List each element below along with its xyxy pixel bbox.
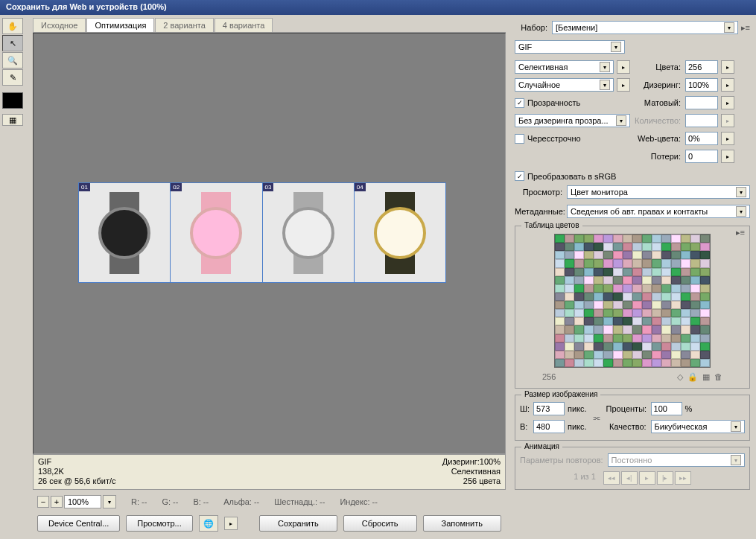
color-swatch[interactable] xyxy=(642,251,652,259)
color-swatch[interactable] xyxy=(632,359,642,367)
color-swatch[interactable] xyxy=(565,284,574,293)
color-swatch[interactable] xyxy=(632,334,642,342)
color-swatch[interactable] xyxy=(574,284,584,293)
color-swatch[interactable] xyxy=(565,325,574,334)
color-swatch[interactable] xyxy=(584,325,594,334)
color-swatch[interactable] xyxy=(690,317,700,325)
color-swatch[interactable] xyxy=(613,276,623,284)
lossy-flyout[interactable]: ▸ xyxy=(721,150,734,163)
color-swatch[interactable] xyxy=(681,284,690,293)
color-swatch[interactable] xyxy=(584,317,594,325)
color-swatch[interactable] xyxy=(642,284,652,293)
color-swatch[interactable] xyxy=(584,251,594,259)
color-swatch[interactable] xyxy=(623,309,632,317)
color-swatch[interactable] xyxy=(642,276,652,284)
color-swatch[interactable] xyxy=(584,293,594,301)
color-swatch[interactable] xyxy=(671,334,681,342)
color-swatch[interactable] xyxy=(565,317,574,325)
color-swatch[interactable] xyxy=(681,251,690,259)
color-swatch[interactable] xyxy=(652,235,661,243)
color-swatch[interactable] xyxy=(661,293,671,301)
color-swatch[interactable] xyxy=(584,259,594,267)
color-swatch[interactable] xyxy=(574,276,584,284)
color-swatch[interactable] xyxy=(700,359,710,367)
color-swatch[interactable] xyxy=(671,284,681,293)
color-swatch[interactable] xyxy=(555,309,565,317)
convert-srgb-checkbox[interactable]: ✓ xyxy=(515,171,524,181)
hand-tool[interactable]: ✋ xyxy=(2,18,23,34)
color-swatch[interactable] xyxy=(574,325,584,334)
preset-menu-icon[interactable]: ▸≡ xyxy=(741,23,750,33)
color-swatch[interactable] xyxy=(613,235,623,243)
websnap-input[interactable] xyxy=(685,132,718,145)
color-swatch[interactable] xyxy=(623,317,632,325)
color-swatch[interactable] xyxy=(661,243,671,251)
color-swatch[interactable] xyxy=(555,293,565,301)
color-swatch[interactable] xyxy=(594,309,603,317)
preview-button[interactable]: Просмотр... xyxy=(126,515,192,532)
color-swatch[interactable] xyxy=(700,317,710,325)
color-swatch[interactable] xyxy=(661,259,671,267)
color-swatch[interactable] xyxy=(594,293,603,301)
color-swatch[interactable] xyxy=(555,317,565,325)
width-input[interactable] xyxy=(533,402,565,415)
metadata-dropdown[interactable]: Сведения об авт. правах и контакты▾ xyxy=(567,205,750,218)
color-swatch[interactable] xyxy=(681,342,690,351)
color-swatch[interactable] xyxy=(661,351,671,359)
color-swatch[interactable] xyxy=(613,251,623,259)
slice-select-tool[interactable]: ↖ xyxy=(2,35,23,51)
color-swatch[interactable] xyxy=(555,235,565,243)
color-swatch[interactable] xyxy=(681,259,690,267)
color-swatch[interactable] xyxy=(690,293,700,301)
color-swatch[interactable] xyxy=(700,284,710,293)
color-swatch[interactable] xyxy=(613,301,623,309)
color-swatch[interactable] xyxy=(623,351,632,359)
color-swatch[interactable] xyxy=(681,359,690,367)
color-swatch[interactable] xyxy=(574,259,584,267)
slice-02[interactable]: 02 xyxy=(171,183,262,282)
color-swatch[interactable] xyxy=(594,351,603,359)
color-swatch[interactable] xyxy=(700,351,710,359)
color-swatch[interactable] xyxy=(574,334,584,342)
color-swatch[interactable] xyxy=(603,317,613,325)
color-swatch[interactable] xyxy=(690,325,700,334)
preview-canvas[interactable]: 01 02 03 04 xyxy=(33,33,506,454)
color-swatch[interactable] xyxy=(594,259,603,267)
zoom-level-input[interactable] xyxy=(64,495,101,508)
color-swatch[interactable] xyxy=(632,268,642,276)
color-swatch[interactable] xyxy=(671,259,681,267)
color-swatch[interactable] xyxy=(574,243,584,251)
color-swatch[interactable] xyxy=(574,293,584,301)
color-swatch[interactable] xyxy=(652,359,661,367)
color-swatch[interactable] xyxy=(642,293,652,301)
color-swatch[interactable] xyxy=(652,317,661,325)
color-swatch[interactable] xyxy=(584,334,594,342)
color-swatch[interactable] xyxy=(632,351,642,359)
color-swatch[interactable] xyxy=(632,317,642,325)
color-swatch[interactable] xyxy=(574,235,584,243)
remember-button[interactable]: Запомнить xyxy=(423,515,501,532)
color-swatch[interactable] xyxy=(690,351,700,359)
color-swatch[interactable] xyxy=(700,251,710,259)
color-swatch[interactable] xyxy=(584,359,594,367)
reduction-flyout[interactable]: ▸ xyxy=(617,60,630,74)
color-swatch[interactable] xyxy=(652,325,661,334)
color-swatch[interactable] xyxy=(690,276,700,284)
color-swatch[interactable] xyxy=(681,334,690,342)
color-swatch[interactable] xyxy=(642,351,652,359)
color-swatch[interactable] xyxy=(690,334,700,342)
color-swatch[interactable] xyxy=(603,342,613,351)
color-swatch[interactable] xyxy=(565,309,574,317)
color-swatch[interactable] xyxy=(690,259,700,267)
eyedropper-color-swatch[interactable] xyxy=(2,92,23,109)
color-swatch[interactable] xyxy=(613,359,623,367)
color-swatch[interactable] xyxy=(700,276,710,284)
color-swatch[interactable] xyxy=(671,342,681,351)
color-swatch[interactable] xyxy=(613,342,623,351)
color-swatch[interactable] xyxy=(565,293,574,301)
color-swatch[interactable] xyxy=(681,276,690,284)
color-swatch[interactable] xyxy=(603,359,613,367)
zoom-in-button[interactable]: + xyxy=(51,496,63,508)
color-swatch[interactable] xyxy=(681,325,690,334)
preset-dropdown[interactable]: [Безимени]▾ xyxy=(552,21,738,34)
